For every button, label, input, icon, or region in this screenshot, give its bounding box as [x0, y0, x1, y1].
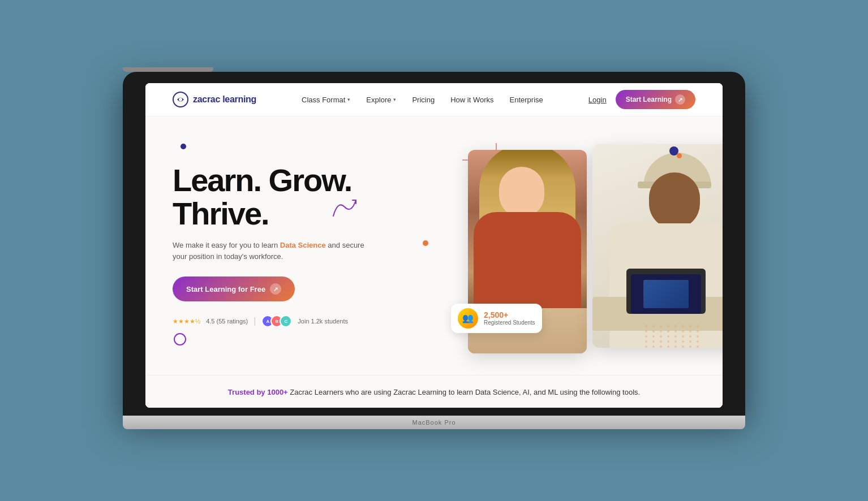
nav-item-how-it-works[interactable]: How it Works [450, 96, 493, 104]
nav-links: Class Format ▾ Explore ▾ Pricing How it … [302, 96, 543, 104]
trust-text: Trusted by 1000+ Zacrac Learners who are… [173, 387, 695, 399]
chevron-icon: ▾ [393, 97, 396, 102]
avatar-group: A B C [261, 315, 292, 327]
decorative-dot-outline [174, 333, 186, 345]
decorative-dot-orange [677, 153, 682, 158]
badge-info: 2,500+ Registered Students [484, 310, 535, 326]
page: zacrac learning Class Format ▾ Explore ▾… [145, 83, 723, 408]
arrow-icon: ↗ [675, 94, 685, 105]
students-count: 2,500+ [484, 310, 535, 319]
nav-item-enterprise[interactable]: Enterprise [510, 96, 543, 104]
hero-section: Learn. Grow. Thrive. We make it easy for… [145, 116, 723, 375]
start-learning-button[interactable]: Start Learning ↗ [616, 90, 695, 109]
nav-item-class-format[interactable]: Class Format ▾ [302, 96, 350, 104]
hero-right: 👥 2,500+ Registered Students [434, 139, 695, 353]
trust-highlight: Trusted by 1000+ [228, 388, 288, 396]
laptop-notch [123, 67, 213, 72]
svg-point-1 [179, 98, 182, 101]
rating-text: 4.5 (55 ratings) [206, 318, 248, 325]
arrow-circle-icon: ↗ [270, 283, 281, 295]
screen: zacrac learning Class Format ▾ Explore ▾… [145, 83, 723, 408]
trust-section: Trusted by 1000+ Zacrac Learners who are… [145, 375, 723, 408]
badge-icon: 👥 [458, 308, 478, 329]
decorative-dot-dark-1 [181, 144, 186, 149]
chevron-icon: ▾ [347, 97, 350, 102]
dot-grid [645, 325, 701, 348]
hero-subtext: We make it easy for you to learn Data Sc… [173, 240, 365, 264]
nav-item-explore[interactable]: Explore ▾ [366, 96, 396, 104]
laptop-bezel: zacrac learning Class Format ▾ Explore ▾… [123, 72, 745, 416]
squiggle-decoration [331, 198, 358, 222]
macbook-label: MacBook Pro [412, 419, 456, 426]
hero-left: Learn. Grow. Thrive. We make it easy for… [173, 164, 434, 327]
laptop-wrapper: zacrac learning Class Format ▾ Explore ▾… [123, 72, 745, 429]
logo-icon [173, 92, 188, 107]
social-proof: ★★★★½ 4.5 (55 ratings) | A B C Join 1.2k… [173, 315, 416, 327]
avatar-3: C [280, 315, 292, 327]
students-badge: 👥 2,500+ Registered Students [451, 304, 542, 333]
logo[interactable]: zacrac learning [173, 92, 256, 107]
laptop-base: MacBook Pro [123, 416, 745, 429]
login-link[interactable]: Login [588, 96, 607, 104]
star-rating: ★★★★½ [173, 318, 200, 325]
hero-cta-button[interactable]: Start Learning for Free ↗ [173, 277, 295, 301]
logo-text: zacrac learning [193, 94, 256, 105]
nav-actions: Login Start Learning ↗ [588, 90, 695, 109]
hero-headline: Learn. Grow. Thrive. [173, 164, 416, 231]
hero-image-man [592, 144, 723, 348]
nav-item-pricing[interactable]: Pricing [412, 96, 435, 104]
students-label: Registered Students [484, 319, 535, 326]
join-text: Join 1.2k students [298, 318, 348, 325]
navbar: zacrac learning Class Format ▾ Explore ▾… [145, 83, 723, 116]
